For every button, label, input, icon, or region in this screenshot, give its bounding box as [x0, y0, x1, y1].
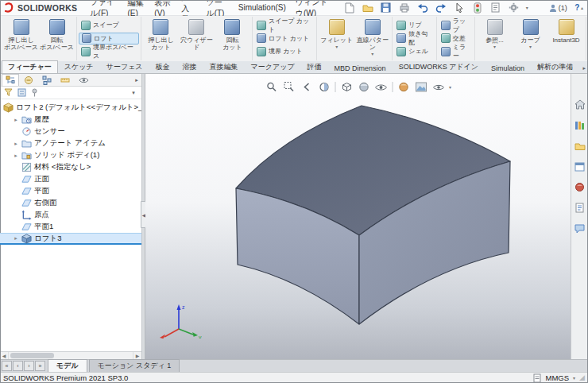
tab-mbd-dimension[interactable]: MBD Dimension — [328, 63, 393, 73]
open-file-button[interactable] — [362, 2, 374, 14]
custom-properties-icon[interactable] — [573, 201, 586, 215]
boundary-boss-button[interactable]: 境界ボス/ベース — [79, 45, 139, 57]
tab-weldments[interactable]: 溶接 — [176, 60, 203, 73]
tree-item-annotations[interactable]: ▸ アノテート アイテム — [0, 137, 141, 149]
panel-tabs-chevron-icon[interactable]: ▸ — [132, 77, 141, 83]
redo-button[interactable] — [435, 2, 447, 14]
model-tab[interactable]: モデル — [48, 359, 87, 372]
file-properties-button[interactable] — [489, 2, 502, 14]
units-selector[interactable]: MMGS — [546, 373, 570, 382]
dimxpertmanager-tab[interactable] — [56, 74, 74, 86]
design-library-icon[interactable] — [573, 118, 586, 132]
tab-analysis-prep[interactable]: 解析の準備 — [531, 60, 579, 73]
tab-nav-next-icon[interactable]: › — [24, 361, 34, 371]
tab-features[interactable]: フィーチャー — [2, 60, 58, 73]
graphics-viewport[interactable]: ▾ z x y — [145, 74, 571, 359]
zoom-fit-icon[interactable] — [265, 80, 278, 94]
expand-arrow-icon[interactable]: ▸ — [13, 235, 19, 242]
curves-button[interactable]: カーブ ▾ — [513, 17, 548, 60]
tab-sheet-metal[interactable]: 板金 — [149, 60, 176, 73]
panel-horizontal-scrollbar[interactable]: ◀ ▶ — [0, 351, 141, 359]
view-orientation-icon[interactable] — [339, 80, 353, 94]
tree-item-solid-bodies[interactable]: ▸ ソリッド ボディ(1) — [0, 149, 141, 161]
hud-dropdown-caret-icon[interactable]: ▾ — [449, 84, 451, 90]
view-settings-icon[interactable] — [431, 80, 445, 94]
motion-study-tab[interactable]: モーション スタディ 1 — [89, 359, 180, 372]
featuremanager-tab[interactable] — [2, 74, 19, 86]
tab-addins[interactable]: SOLIDWORKS アドイン — [393, 60, 485, 73]
expand-arrow-icon[interactable]: ▸ — [13, 153, 19, 159]
linear-pattern-button[interactable]: 直線パターン ▾ — [354, 17, 390, 60]
sweep-cut-button[interactable]: スイープ カット — [254, 19, 315, 31]
undo-button[interactable] — [416, 2, 429, 14]
filter-icon[interactable] — [4, 86, 13, 100]
scroll-right-icon[interactable]: ▶ — [133, 352, 141, 359]
tree-item-front-plane[interactable]: 正面 — [0, 173, 141, 185]
wrap-button[interactable]: ラップ — [439, 19, 473, 31]
loft-model[interactable] — [145, 74, 571, 359]
draft-button[interactable]: 抜き勾配 — [394, 33, 435, 44]
shell-button[interactable]: シェル — [394, 45, 435, 57]
previous-view-icon[interactable] — [300, 80, 313, 94]
extrude-boss-button[interactable]: 押し出し ボス/ベース — [3, 17, 39, 60]
configurationmanager-tab[interactable] — [38, 74, 56, 86]
tab-scroll-right-icon[interactable]: ▸ — [579, 65, 588, 72]
mirror-button[interactable]: ミラー — [439, 45, 473, 57]
pattern-dropdown-caret-icon[interactable]: ▾ — [371, 51, 373, 56]
tab-simulation[interactable]: Simulation — [485, 63, 531, 73]
loft-cut-button[interactable]: ロフト カット — [254, 33, 315, 44]
expand-arrow-icon[interactable]: ▸ — [13, 117, 19, 123]
extrude-cut-button[interactable]: 押し出し カット — [143, 17, 179, 60]
reference-geometry-button[interactable]: 参照... ▾ — [477, 17, 513, 60]
sweep-button[interactable]: スイープ — [79, 19, 139, 31]
displaymanager-tab[interactable] — [75, 74, 92, 86]
filter-dropdown-caret-icon[interactable]: ▾ — [129, 90, 138, 96]
appearances-icon[interactable] — [573, 180, 586, 194]
propertymanager-tab[interactable] — [20, 74, 37, 86]
save-button[interactable] — [380, 2, 393, 14]
forum-icon[interactable] — [573, 222, 586, 235]
collapse-menubar-icon[interactable]: ▴ — [581, 5, 583, 10]
tree-item-material[interactable]: 材料 <指定なし> — [0, 161, 141, 173]
tree-item-history[interactable]: ▸ 履歴 — [0, 114, 141, 126]
new-file-button[interactable] — [343, 2, 356, 14]
tree-display-icon[interactable] — [17, 86, 26, 100]
boundary-cut-button[interactable]: 境界 カット — [254, 45, 315, 57]
options-gear-button[interactable] — [508, 2, 520, 14]
rebuild-button[interactable] — [471, 2, 484, 14]
tree-item-loft3[interactable]: ▸ ロフト3 — [0, 233, 141, 245]
curves-dropdown-caret-icon[interactable]: ▾ — [529, 44, 532, 49]
tree-item-origin[interactable]: 原点 — [0, 209, 141, 221]
user-badge[interactable]: (1) — [549, 4, 567, 12]
hide-show-items-icon[interactable] — [374, 80, 388, 94]
apply-scene-icon[interactable] — [414, 80, 427, 94]
reference-dropdown-caret-icon[interactable]: ▾ — [493, 44, 496, 49]
scroll-left-icon[interactable]: ◀ — [0, 352, 9, 359]
tree-item-sensors[interactable]: センサー — [0, 126, 141, 137]
select-cursor-button[interactable] — [453, 2, 466, 14]
tab-nav-prev-icon[interactable]: ‹ — [13, 361, 23, 371]
file-explorer-icon[interactable] — [573, 139, 586, 153]
display-style-icon[interactable] — [357, 80, 370, 94]
tree-item-right-plane[interactable]: 右側面 — [0, 197, 141, 209]
tab-surfaces[interactable]: サーフェス — [100, 60, 149, 73]
view-palette-icon[interactable] — [573, 160, 586, 173]
tab-sketch[interactable]: スケッチ — [58, 60, 100, 73]
fillet-dropdown-caret-icon[interactable]: ▾ — [335, 44, 338, 49]
revolve-cut-button[interactable]: 回転 カット — [215, 17, 250, 60]
zoom-area-icon[interactable] — [282, 80, 296, 94]
tab-evaluate[interactable]: 評価 — [301, 60, 328, 73]
tab-direct-editing[interactable]: 直接編集 — [203, 60, 245, 73]
instant3d-button[interactable]: Instant3D — [548, 17, 584, 60]
scrollbar-thumb[interactable] — [10, 353, 54, 358]
revolve-boss-button[interactable]: 回転 ボス/ベース — [39, 17, 75, 60]
qat-dropdown-caret-icon[interactable]: ▾ — [526, 5, 528, 10]
home-icon[interactable] — [573, 98, 586, 111]
expand-arrow-icon[interactable]: ▸ — [13, 141, 19, 147]
print-button[interactable] — [398, 2, 411, 14]
units-dropdown-caret-icon[interactable]: ▾ — [573, 375, 575, 381]
fillet-button[interactable]: フィレット ▾ — [319, 17, 354, 60]
tab-nav-last-icon[interactable]: » — [35, 361, 45, 371]
tab-markup[interactable]: マークアップ — [245, 60, 301, 73]
tree-item-top-plane[interactable]: 平面 — [0, 185, 141, 197]
